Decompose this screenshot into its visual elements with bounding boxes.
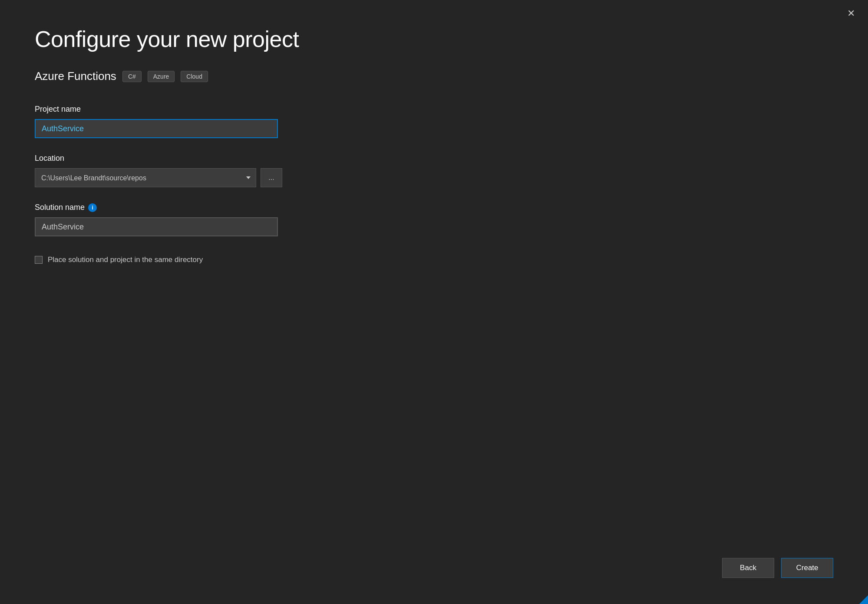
browse-button[interactable]: ... (261, 168, 282, 187)
bottom-bar: Back Create (722, 558, 833, 578)
project-type-name: Azure Functions (35, 70, 116, 83)
same-dir-row: Place solution and project in the same d… (35, 256, 833, 264)
close-button[interactable]: ✕ (847, 9, 855, 18)
create-button[interactable]: Create (781, 558, 833, 578)
location-section: Location C:\Users\Lee Brandt\source\repo… (35, 154, 833, 187)
project-name-section: Project name (35, 105, 833, 138)
solution-name-label: Solution name i (35, 203, 833, 212)
project-name-label: Project name (35, 105, 833, 114)
same-dir-checkbox[interactable] (35, 256, 43, 264)
tag-cloud: Cloud (181, 71, 208, 82)
back-button[interactable]: Back (722, 558, 774, 578)
page-title: Configure your new project (35, 26, 833, 52)
tag-azure: Azure (148, 71, 175, 82)
solution-name-info-icon[interactable]: i (88, 203, 97, 212)
location-row: C:\Users\Lee Brandt\source\repos ... (35, 168, 833, 187)
location-label: Location (35, 154, 833, 163)
solution-name-section: Solution name i (35, 203, 833, 236)
same-dir-label[interactable]: Place solution and project in the same d… (48, 256, 203, 264)
location-dropdown[interactable]: C:\Users\Lee Brandt\source\repos (35, 168, 256, 187)
tag-csharp: C# (122, 71, 142, 82)
solution-name-input[interactable] (35, 217, 278, 236)
configure-project-dialog: ✕ Configure your new project Azure Funct… (0, 0, 868, 604)
project-name-input[interactable] (35, 119, 278, 138)
project-type-row: Azure Functions C# Azure Cloud (35, 70, 833, 83)
corner-decoration (859, 595, 868, 604)
